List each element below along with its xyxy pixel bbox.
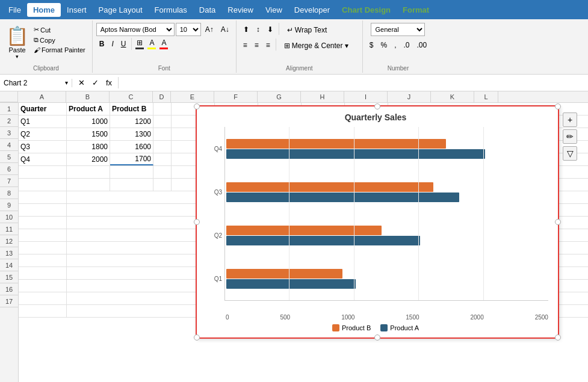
- confirm-formula-icon[interactable]: ✓: [90, 77, 101, 88]
- cell-c4[interactable]: 1600: [110, 141, 153, 153]
- row-header-10[interactable]: 10: [0, 211, 18, 223]
- col-header-e[interactable]: E: [171, 91, 214, 102]
- cell-b1[interactable]: Product A: [67, 103, 110, 115]
- paste-button[interactable]: 📋 Paste ▾: [4, 23, 31, 62]
- resize-handle-tm[interactable]: [374, 103, 380, 109]
- row-header-8[interactable]: 8: [0, 187, 18, 199]
- cell-b3[interactable]: 1500: [67, 128, 110, 140]
- chart-filters-button[interactable]: ▽: [563, 146, 577, 161]
- cell-b7[interactable]: [67, 179, 110, 191]
- merge-center-button[interactable]: ⊞ Merge & Center ▾: [279, 39, 357, 53]
- menu-home[interactable]: Home: [27, 3, 61, 17]
- cell-a6[interactable]: [19, 166, 67, 178]
- name-box[interactable]: Chart 2 ▾: [0, 79, 72, 87]
- cell-a10[interactable]: [19, 217, 67, 229]
- row-header-17[interactable]: 17: [0, 295, 18, 307]
- cell-a5[interactable]: Q4: [19, 153, 67, 165]
- cell-a2[interactable]: Q1: [19, 116, 67, 128]
- cell-a17[interactable]: [19, 305, 67, 317]
- cell-d2[interactable]: [153, 116, 172, 128]
- percent-button[interactable]: %: [377, 39, 390, 52]
- underline-button[interactable]: U: [118, 37, 129, 51]
- align-top-button[interactable]: ⬆: [240, 23, 252, 36]
- row-header-14[interactable]: 14: [0, 259, 18, 271]
- align-middle-button[interactable]: ↕: [253, 23, 263, 36]
- cell-a7[interactable]: [19, 179, 67, 191]
- cancel-formula-icon[interactable]: ✕: [76, 77, 87, 88]
- row-header-15[interactable]: 15: [0, 271, 18, 283]
- align-left-button[interactable]: ≡: [240, 39, 250, 52]
- cell-a4[interactable]: Q3: [19, 141, 67, 153]
- row-header-4[interactable]: 4: [0, 139, 18, 151]
- col-header-b[interactable]: B: [66, 91, 110, 102]
- cell-c2[interactable]: 1200: [110, 116, 153, 128]
- format-painter-button[interactable]: 🖌 Format Painter: [32, 46, 87, 54]
- resize-handle-bl[interactable]: [194, 334, 200, 340]
- menu-file[interactable]: File: [2, 3, 27, 17]
- resize-handle-ml[interactable]: [194, 219, 200, 225]
- cell-b4[interactable]: 1800: [67, 141, 110, 153]
- cell-a8[interactable]: [19, 191, 67, 203]
- cell-c6[interactable]: [110, 166, 153, 178]
- cell-a9[interactable]: [19, 204, 67, 216]
- cell-a15[interactable]: [19, 280, 67, 292]
- resize-handle-tr[interactable]: [555, 103, 561, 109]
- align-bottom-button[interactable]: ⬇: [264, 23, 276, 36]
- resize-handle-br[interactable]: [555, 334, 561, 340]
- menu-formulas[interactable]: Formulas: [149, 3, 193, 17]
- cell-b2[interactable]: 1000: [67, 116, 110, 128]
- resize-handle-tl[interactable]: [194, 103, 200, 109]
- resize-handle-bm[interactable]: [374, 334, 380, 340]
- row-header-16[interactable]: 16: [0, 283, 18, 295]
- cell-a3[interactable]: Q2: [19, 128, 67, 140]
- align-right-button[interactable]: ≡: [263, 39, 273, 52]
- col-header-g[interactable]: G: [258, 91, 301, 102]
- row-header-1[interactable]: 1: [0, 103, 18, 115]
- cell-c7[interactable]: [110, 179, 153, 191]
- borders-button[interactable]: ⊞: [134, 38, 145, 50]
- cell-a1[interactable]: Quarter: [19, 103, 67, 115]
- wrap-text-button[interactable]: ↵ Wrap Text: [282, 23, 342, 37]
- chart-container[interactable]: Quarterly Sales Q4 Q3 Q2 Q1: [196, 105, 559, 339]
- row-header-3[interactable]: 3: [0, 127, 18, 139]
- row-header-6[interactable]: 6: [0, 163, 18, 175]
- col-header-k[interactable]: K: [431, 91, 474, 102]
- comma-button[interactable]: ,: [391, 39, 399, 52]
- row-header-9[interactable]: 9: [0, 199, 18, 211]
- cell-b5[interactable]: 2000: [67, 153, 110, 165]
- col-header-h[interactable]: H: [301, 91, 344, 102]
- font-decrease-button[interactable]: A↓: [218, 23, 232, 36]
- resize-handle-mr[interactable]: [555, 219, 561, 225]
- menu-page-layout[interactable]: Page Layout: [93, 3, 149, 17]
- fill-color-button[interactable]: A: [146, 38, 157, 50]
- increase-decimal-button[interactable]: .0: [400, 39, 412, 52]
- currency-button[interactable]: $: [367, 39, 377, 52]
- font-color-button[interactable]: A: [158, 38, 169, 50]
- font-increase-button[interactable]: A↑: [202, 23, 217, 36]
- italic-button[interactable]: I: [108, 37, 116, 51]
- menu-insert[interactable]: Insert: [61, 3, 93, 17]
- cell-d4[interactable]: [153, 141, 172, 153]
- insert-function-icon[interactable]: fx: [104, 77, 114, 88]
- menu-format[interactable]: Format: [397, 3, 435, 17]
- cell-d5[interactable]: [153, 153, 172, 165]
- menu-data[interactable]: Data: [193, 3, 221, 17]
- font-family-select[interactable]: Aptos Narrow (Bod: [96, 23, 175, 36]
- col-header-j[interactable]: J: [388, 91, 431, 102]
- copy-button[interactable]: ⧉ Copy: [32, 35, 87, 45]
- col-header-a[interactable]: A: [18, 91, 66, 102]
- cell-a12[interactable]: [19, 242, 67, 254]
- chart-styles-button[interactable]: ✏: [563, 129, 577, 144]
- cell-d1[interactable]: [153, 103, 172, 115]
- formula-input[interactable]: [119, 79, 588, 87]
- menu-chart-design[interactable]: Chart Design: [336, 3, 397, 17]
- row-header-12[interactable]: 12: [0, 235, 18, 247]
- menu-view[interactable]: View: [259, 3, 288, 17]
- cell-a16[interactable]: [19, 292, 67, 304]
- cell-a11[interactable]: [19, 229, 67, 241]
- chart-elements-button[interactable]: +: [563, 112, 577, 127]
- menu-review[interactable]: Review: [221, 3, 259, 17]
- menu-developer[interactable]: Developer: [288, 3, 336, 17]
- cell-c1[interactable]: Product B: [110, 103, 153, 115]
- align-center-button[interactable]: ≡: [252, 39, 262, 52]
